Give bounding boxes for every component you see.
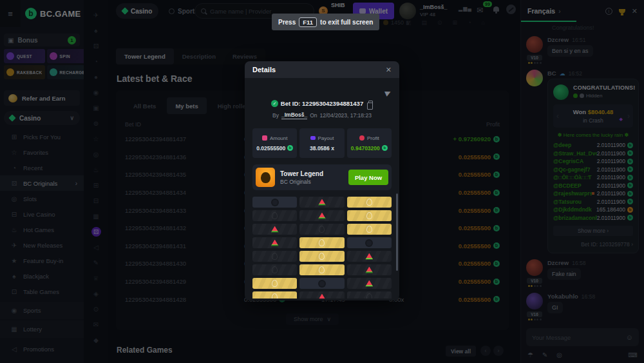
tile-hidden bbox=[347, 291, 392, 299]
modal-scrollbar[interactable] bbox=[396, 193, 398, 271]
tile-egg-selected bbox=[299, 264, 344, 275]
tile-egg-selected bbox=[252, 291, 297, 299]
stat-label-row: Amount bbox=[262, 135, 288, 141]
tower-result-grid bbox=[252, 197, 392, 299]
stat-payout: Payout38.0586 x bbox=[299, 128, 344, 158]
stat-value-text: 0.02555500 bbox=[256, 145, 285, 152]
play-now-button[interactable]: Play Now bbox=[348, 170, 388, 185]
tile-watermelon bbox=[252, 224, 297, 235]
tile-egg-selected bbox=[252, 278, 297, 289]
egg-icon bbox=[366, 199, 372, 206]
bet-datetime: 12/04/2023, 17:18:23 bbox=[320, 112, 372, 119]
watermelon-icon bbox=[318, 213, 326, 219]
profit-icon bbox=[359, 135, 365, 141]
tile-watermelon bbox=[347, 251, 392, 262]
payout-icon bbox=[310, 136, 316, 140]
egg-icon bbox=[272, 280, 278, 287]
tile-egg-selected bbox=[347, 210, 392, 221]
bet-id-line: ✓ Bet ID: 122953042394881437 bbox=[245, 100, 399, 107]
tile-watermelon bbox=[347, 278, 392, 289]
watermelon-icon bbox=[365, 280, 373, 287]
egg-icon bbox=[272, 253, 278, 260]
copy-icon[interactable] bbox=[368, 101, 373, 106]
tile-watermelon bbox=[299, 291, 344, 299]
f11-key: F11 bbox=[299, 17, 317, 27]
stat-label: Payout bbox=[318, 135, 334, 141]
amount-icon bbox=[262, 135, 267, 141]
egg-icon bbox=[319, 266, 325, 273]
watermelon-icon bbox=[365, 253, 373, 260]
tile-watermelon bbox=[299, 210, 344, 221]
egg-icon bbox=[272, 212, 278, 219]
watermelon-icon bbox=[271, 226, 279, 233]
modal-header: Details ✕ bbox=[245, 61, 399, 78]
coin-icon: b bbox=[382, 145, 388, 151]
tile-hidden bbox=[252, 251, 297, 262]
tile-watermelon bbox=[252, 237, 297, 248]
stat-amount: Amount0.02555500b bbox=[252, 128, 297, 158]
tile-egg-selected bbox=[347, 224, 392, 235]
egg-icon bbox=[366, 293, 372, 299]
circle-emblem-icon bbox=[365, 239, 373, 247]
stat-value-text: 0.94703200 bbox=[351, 145, 380, 152]
watermelon-icon bbox=[271, 240, 279, 246]
bet-details-modal: Details ✕ ▶ ✓ Bet ID: 122953042394881437… bbox=[245, 61, 399, 300]
game-provider: BC Originals bbox=[280, 179, 323, 185]
bet-meta-line: By _ImBosš_ On 12/04/2023, 17:18:23 bbox=[245, 112, 399, 119]
tile-hidden-circle bbox=[347, 237, 392, 248]
egg-icon bbox=[319, 239, 325, 246]
egg-icon bbox=[319, 253, 325, 260]
verified-check-icon: ✓ bbox=[271, 100, 278, 107]
bet-id-value: Bet ID: 122953042394881437 bbox=[281, 100, 363, 107]
tile-egg-selected bbox=[347, 197, 392, 208]
tile-egg-selected bbox=[299, 237, 344, 248]
egg-icon bbox=[366, 212, 372, 219]
stat-label: Profit bbox=[367, 135, 379, 141]
stat-profit: Profit0.94703200b bbox=[347, 128, 392, 158]
tile-watermelon bbox=[299, 197, 344, 208]
tile-hidden bbox=[299, 224, 344, 235]
game-card: Tower Legend BC Originals Play Now bbox=[252, 164, 392, 190]
egg-icon bbox=[319, 226, 325, 233]
share-icon[interactable]: ▶ bbox=[383, 88, 392, 97]
stat-value: 0.02555500b bbox=[256, 145, 293, 152]
stat-label-row: Payout bbox=[310, 135, 334, 141]
stat-value-text: 38.0586 x bbox=[310, 145, 334, 152]
egg-icon bbox=[272, 293, 278, 299]
egg-icon bbox=[272, 266, 278, 273]
bet-stats: Amount0.02555500bPayout38.0586 xProfit0.… bbox=[252, 128, 392, 158]
tile-hidden bbox=[252, 264, 297, 275]
tile-hidden-circle bbox=[252, 197, 297, 208]
stat-label-row: Profit bbox=[359, 135, 379, 141]
tile-hidden-circle bbox=[299, 278, 344, 289]
close-modal-icon[interactable]: ✕ bbox=[386, 66, 392, 74]
coin-icon: b bbox=[287, 145, 293, 151]
watermelon-icon bbox=[318, 294, 326, 299]
stat-label: Amount bbox=[270, 135, 288, 141]
circle-emblem-icon bbox=[271, 199, 279, 206]
stat-value: 38.0586 x bbox=[310, 145, 334, 152]
tower-legend-thumbnail bbox=[256, 168, 275, 187]
fullscreen-toast: Press F11 to exit full screen bbox=[272, 14, 379, 30]
egg-icon bbox=[366, 226, 372, 233]
watermelon-icon bbox=[318, 199, 326, 206]
stat-value: 0.94703200b bbox=[351, 145, 388, 152]
watermelon-icon bbox=[365, 267, 373, 273]
tile-hidden bbox=[252, 210, 297, 221]
tile-watermelon bbox=[347, 264, 392, 275]
game-title: Tower Legend bbox=[280, 170, 323, 177]
circle-emblem-icon bbox=[318, 280, 326, 288]
tile-egg-selected bbox=[299, 251, 344, 262]
bet-username[interactable]: _ImBosš_ bbox=[281, 112, 307, 119]
modal-title: Details bbox=[252, 66, 386, 74]
